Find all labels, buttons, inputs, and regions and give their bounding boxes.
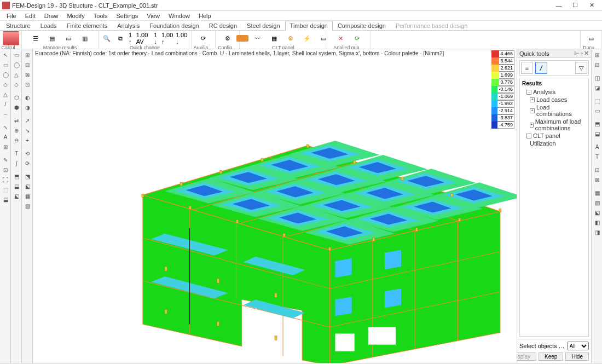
refresh-button[interactable]: ⟳ bbox=[350, 31, 364, 45]
tool-icon[interactable]: ⊠ bbox=[23, 70, 32, 79]
tool-icon[interactable]: ⊞ bbox=[23, 50, 32, 59]
tree-expand-icon[interactable]: + bbox=[530, 123, 534, 128]
menu-modify[interactable]: Modify bbox=[62, 11, 89, 20]
tool-icon[interactable]: ⊠ bbox=[593, 175, 601, 184]
tool-icon[interactable]: ⊞ bbox=[1, 142, 10, 151]
tree-item-load-combinations[interactable]: Load combinations bbox=[536, 104, 586, 117]
tool-icon[interactable]: ↖ bbox=[1, 50, 10, 59]
tool-icon[interactable]: ▦ bbox=[593, 188, 601, 197]
tool-icon[interactable]: ◯ bbox=[1, 70, 10, 79]
tool-icon[interactable]: ⊕ bbox=[12, 126, 21, 135]
tool-icon[interactable]: ⊟ bbox=[593, 60, 601, 69]
ribbon-tab-structure[interactable]: Structure bbox=[1, 21, 36, 30]
result-table-button[interactable]: ▤ bbox=[45, 31, 59, 45]
list-results-button[interactable]: ☰ bbox=[28, 31, 43, 45]
viewport-3d[interactable]: Eurocode (NA: Finnish) code: 1st order t… bbox=[33, 49, 517, 363]
tool-icon[interactable]: A bbox=[593, 142, 601, 151]
tool-icon[interactable]: / bbox=[1, 100, 10, 108]
clt-panel-rect-button[interactable] bbox=[236, 35, 248, 42]
tool-icon[interactable]: ✎ bbox=[1, 155, 10, 164]
ribbon-tab-analysis[interactable]: Analysis bbox=[112, 21, 144, 30]
tool-icon[interactable]: ⬚ bbox=[1, 185, 10, 194]
step-100b[interactable]: 1.00 ↓ bbox=[176, 32, 189, 45]
tool-icon[interactable]: ⬒ bbox=[12, 172, 21, 181]
panel-close-icon[interactable]: ✕ bbox=[584, 50, 589, 57]
ribbon-tab-composite-design[interactable]: Composite design bbox=[333, 21, 391, 30]
menu-file[interactable]: File bbox=[2, 11, 21, 20]
result-open-button[interactable]: ▭ bbox=[61, 31, 76, 45]
quick-list-button[interactable]: ≡ bbox=[521, 62, 533, 74]
step-av[interactable]: 1.00 AV bbox=[136, 32, 153, 45]
auxiliary-button[interactable]: ⟳ bbox=[196, 31, 211, 45]
tool-icon[interactable]: ⇄ bbox=[12, 116, 21, 125]
tree-expand-icon[interactable]: - bbox=[526, 134, 531, 138]
window-button[interactable]: ⧉ bbox=[115, 31, 127, 45]
tool-icon[interactable]: ∿ bbox=[1, 123, 10, 131]
tool-icon[interactable]: T bbox=[12, 149, 21, 158]
tool-icon[interactable]: ◇ bbox=[12, 80, 21, 89]
tool-icon[interactable]: ⛶ bbox=[1, 175, 10, 184]
tree-expand-icon[interactable]: - bbox=[526, 90, 531, 95]
menu-draw[interactable]: Draw bbox=[40, 11, 63, 20]
tree-expand-icon[interactable]: + bbox=[530, 97, 535, 102]
tool-icon[interactable]: ⟲ bbox=[23, 149, 32, 158]
ribbon-tab-timber-design[interactable]: Timber design bbox=[285, 21, 333, 31]
hide-button[interactable]: Hide bbox=[565, 353, 589, 361]
tool-icon[interactable]: ⬕ bbox=[593, 208, 601, 217]
tool-icon[interactable]: ◐ bbox=[23, 93, 32, 102]
tool-icon[interactable]: ⌒ bbox=[1, 113, 10, 122]
config-button[interactable]: ⚙ bbox=[221, 31, 235, 45]
ribbon-tab-foundation-design[interactable]: Foundation design bbox=[144, 21, 204, 30]
tool-icon[interactable]: + bbox=[23, 136, 32, 145]
clt-gear-button[interactable]: ⚙ bbox=[283, 31, 298, 45]
tool-icon[interactable]: ◨ bbox=[593, 228, 601, 236]
tool-icon[interactable]: ▭ bbox=[593, 106, 601, 115]
keep-button[interactable]: Keep bbox=[539, 353, 563, 361]
quick-graph-button[interactable]: 〳 bbox=[535, 62, 547, 74]
ribbon-tab-rc-design[interactable]: RC design bbox=[204, 21, 242, 30]
tool-icon[interactable]: ⟳ bbox=[23, 159, 32, 167]
menu-view[interactable]: View bbox=[142, 11, 164, 20]
tool-icon[interactable]: ▧ bbox=[593, 198, 601, 207]
tool-icon[interactable]: △ bbox=[12, 70, 21, 79]
step-100a[interactable]: 1.00 ↑ bbox=[161, 32, 175, 45]
dock-icon[interactable]: ▫ bbox=[581, 50, 583, 57]
tool-icon[interactable]: ⬕ bbox=[12, 192, 21, 200]
clt-bolt-button[interactable]: ⚡ bbox=[300, 31, 314, 45]
ribbon-tab-finite-elements[interactable]: Finite elements bbox=[62, 21, 113, 30]
clt-grid-button[interactable]: ▦ bbox=[267, 31, 281, 45]
tool-icon[interactable]: ⬔ bbox=[23, 172, 32, 181]
tool-icon[interactable]: ◇ bbox=[1, 80, 10, 89]
tool-icon[interactable]: ⬓ bbox=[1, 195, 10, 204]
tool-icon[interactable]: △ bbox=[1, 90, 10, 99]
tool-icon[interactable]: ⬓ bbox=[12, 182, 21, 190]
tree-expand-icon[interactable]: + bbox=[530, 108, 535, 113]
menu-edit[interactable]: Edit bbox=[21, 11, 40, 20]
tool-icon[interactable]: ⊖ bbox=[12, 136, 21, 145]
ribbon-tab-steel-design[interactable]: Steel design bbox=[242, 21, 285, 30]
tool-icon[interactable]: ⬒ bbox=[593, 119, 601, 128]
tool-icon[interactable]: ⬡ bbox=[12, 93, 21, 102]
tool-icon[interactable]: ↗ bbox=[23, 116, 32, 125]
tool-icon[interactable]: ⊞ bbox=[593, 50, 601, 59]
menu-settings[interactable]: Settings bbox=[112, 11, 142, 20]
menu-tools[interactable]: Tools bbox=[89, 11, 112, 20]
tree-item-clt-panel[interactable]: CLT panel bbox=[533, 132, 560, 139]
minimize-button[interactable]: — bbox=[551, 1, 567, 10]
tree-item-analysis[interactable]: Analysis bbox=[533, 89, 555, 95]
tool-icon[interactable]: T bbox=[593, 152, 601, 161]
delete-button[interactable]: ✕ bbox=[334, 31, 348, 45]
maximize-button[interactable]: ☐ bbox=[567, 1, 583, 10]
tool-icon[interactable]: ⊡ bbox=[593, 165, 601, 174]
tool-icon[interactable]: ◯ bbox=[12, 60, 21, 69]
tool-icon[interactable]: ◑ bbox=[23, 103, 32, 112]
tool-icon[interactable]: ▭ bbox=[12, 50, 21, 59]
tool-icon[interactable]: ◧ bbox=[593, 218, 601, 227]
tool-icon[interactable]: ⬢ bbox=[12, 103, 21, 112]
step-2[interactable]: 1 ↓ bbox=[154, 32, 160, 45]
tool-icon[interactable]: ⊟ bbox=[23, 60, 32, 69]
tool-icon[interactable]: ▧ bbox=[23, 201, 32, 210]
calculate-button[interactable] bbox=[3, 31, 19, 45]
clt-graph-button[interactable]: 〰 bbox=[251, 31, 265, 45]
quick-filter-button[interactable]: ▽ bbox=[575, 62, 587, 74]
